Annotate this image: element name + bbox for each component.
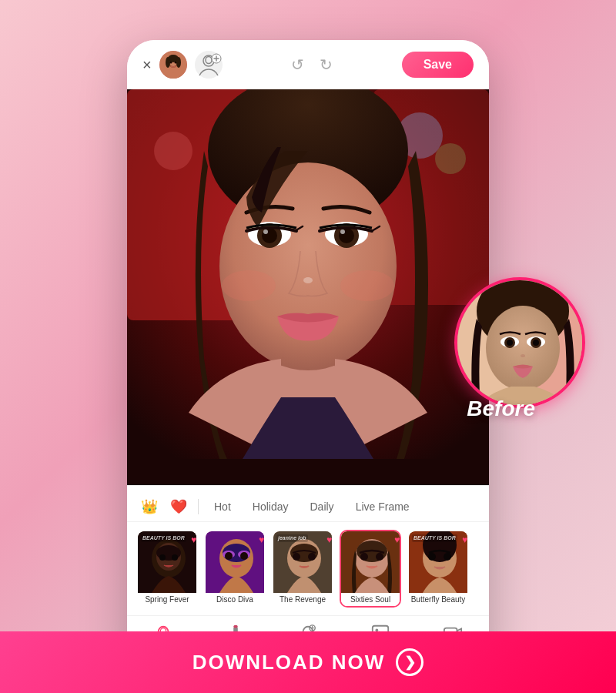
svg-point-17 <box>435 143 466 174</box>
top-bar: × <box>127 40 489 89</box>
svg-point-44 <box>225 552 233 560</box>
filter-tabs: 👑 ❤️ Hot Holiday Daily Live Frame BEAUTY… <box>127 485 489 615</box>
svg-point-31 <box>340 229 345 234</box>
filter-card-the-revenge[interactable]: jeanine lob ♥ The Rev <box>272 530 333 608</box>
filter-card-label-5: Butterfly Beauty <box>409 593 467 606</box>
tab-live-frame[interactable]: Live Frame <box>346 494 419 519</box>
heart-badge-1: ♥ <box>191 534 196 545</box>
svg-point-37 <box>159 554 166 561</box>
filter-card-disco-diva[interactable]: ♥ D <box>204 530 266 608</box>
avatar[interactable] <box>159 51 187 79</box>
watermark-5: BEAUTY IS BOR <box>412 534 457 542</box>
svg-point-18 <box>154 132 192 170</box>
svg-point-61 <box>444 553 451 561</box>
heart-badge-3: ♥ <box>326 534 332 545</box>
svg-point-5 <box>176 57 181 68</box>
svg-point-54 <box>360 553 368 561</box>
svg-point-22 <box>222 270 276 301</box>
svg-point-45 <box>240 552 248 560</box>
svg-point-32 <box>303 277 313 283</box>
svg-point-23 <box>340 270 394 301</box>
filter-card-label-3: The Revenge <box>273 593 332 606</box>
phone-app: × <box>127 40 489 671</box>
svg-point-6 <box>169 62 172 64</box>
heart-badge-5: ♥ <box>462 534 467 545</box>
watermark-3: jeanine lob <box>276 534 308 542</box>
tabs-row: 👑 ❤️ Hot Holiday Daily Live Frame <box>127 492 489 522</box>
heart-badge-4: ♥ <box>394 534 400 545</box>
tab-divider <box>198 499 199 514</box>
svg-point-60 <box>428 553 436 561</box>
filter-card-label-4: Sixties Soul <box>341 593 400 606</box>
tab-holiday[interactable]: Holiday <box>243 494 298 519</box>
svg-point-49 <box>293 553 300 561</box>
filter-card-butterfly-beauty[interactable]: BEAUTY IS BOR ♥ <box>407 530 469 608</box>
filter-card-sixties-soul[interactable]: ♥ <box>340 530 401 608</box>
crown-icon[interactable]: 👑 <box>136 492 162 521</box>
svg-point-85 <box>533 340 539 346</box>
svg-point-66 <box>233 625 238 628</box>
download-arrow-circle: ❯ <box>396 648 424 676</box>
tab-hot[interactable]: Hot <box>205 494 240 519</box>
before-bubble <box>454 277 585 408</box>
filter-cards-row: BEAUTY IS BOR ♥ Sprin <box>127 522 489 615</box>
svg-point-27 <box>263 229 268 234</box>
tab-daily[interactable]: Daily <box>301 494 343 519</box>
save-button[interactable]: Save <box>402 52 474 78</box>
undo-button[interactable]: ↺ <box>291 55 304 74</box>
svg-point-4 <box>166 57 170 68</box>
redo-button[interactable]: ↻ <box>320 55 333 74</box>
svg-point-50 <box>308 553 316 561</box>
svg-point-55 <box>376 553 383 561</box>
filter-card-spring-fever[interactable]: BEAUTY IS BOR ♥ Sprin <box>136 530 198 608</box>
download-bar[interactable]: DOWNLOAD NOW ❯ <box>0 631 616 693</box>
svg-point-82 <box>507 340 513 346</box>
close-button[interactable]: × <box>142 56 152 74</box>
filter-card-label-2: Disco Diva <box>206 593 264 606</box>
watermark-1: BEAUTY IS BOR <box>141 534 186 542</box>
main-photo-area <box>127 89 489 485</box>
top-bar-left: × <box>142 51 223 79</box>
svg-point-9 <box>206 57 212 64</box>
svg-point-7 <box>174 62 176 64</box>
filter-card-label-1: Spring Fever <box>138 593 196 606</box>
before-face-svg <box>457 280 585 408</box>
add-face-button[interactable] <box>195 51 223 79</box>
top-bar-controls: ↺ ↻ <box>291 55 333 74</box>
svg-point-86 <box>521 354 525 357</box>
main-face-svg <box>127 89 489 459</box>
download-text: DOWNLOAD NOW <box>192 651 386 675</box>
svg-point-38 <box>172 554 178 561</box>
heart-badge-2: ♥ <box>259 534 264 545</box>
before-label: Before <box>467 397 535 421</box>
favorites-tab[interactable]: ❤️ <box>166 492 192 521</box>
